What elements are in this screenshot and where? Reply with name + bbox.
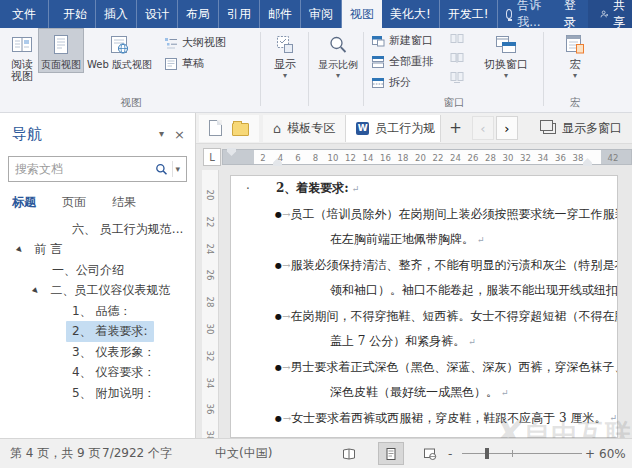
show-button[interactable]: 显示 ▾: [264, 28, 306, 81]
zoom-slider[interactable]: [462, 453, 582, 454]
bullet-text: 女士要求着西裤或西服裙，穿皮鞋，鞋跟不应高于 3 厘米。: [291, 410, 606, 427]
ribbon-tab-review[interactable]: 审阅: [301, 0, 342, 28]
tab-stop-selector[interactable]: L: [203, 148, 221, 166]
ruler-number: 18: [396, 153, 410, 163]
open-folder-icon[interactable]: [232, 123, 249, 136]
ruler-number: 14: [361, 153, 375, 163]
document-bullet-line[interactable]: ●→女士要求着西裤或西服裙，穿皮鞋，鞋跟不应高于 3 厘米。↵: [231, 406, 617, 432]
document-bullet-line[interactable]: ●→服装必须保持清洁、整齐，不能有明显的污渍和灰尘（特别是衣: [231, 253, 617, 279]
ribbon-tab-meihua[interactable]: 美化大!: [382, 0, 440, 28]
arrange-all-button[interactable]: 全部重排: [368, 53, 436, 70]
search-input[interactable]: [9, 162, 153, 176]
zoom-slider-tick: [512, 450, 513, 457]
reset-window-position-icon[interactable]: [450, 71, 464, 84]
print-layout-shortcut[interactable]: [378, 442, 404, 465]
zoom-in-button[interactable]: +: [585, 439, 595, 468]
web-layout-icon: [107, 33, 131, 57]
synchronous-scrolling-icon[interactable]: [450, 52, 464, 65]
print-layout-shortcut-icon: [384, 447, 398, 461]
heading-bullet-icon: ·: [246, 182, 276, 196]
nav-tree-item[interactable]: ▶前 言: [0, 240, 195, 261]
web-layout-shortcut[interactable]: [417, 442, 443, 465]
document-continuation-line[interactable]: 深色皮鞋（最好统一成黑色）。↵: [231, 380, 617, 406]
language-status[interactable]: 中文(中国): [215, 439, 272, 468]
search-icon[interactable]: [155, 163, 168, 176]
ruler-number: 20: [414, 153, 428, 163]
horizontal-ruler: 42 2468101214161820222426283032343638: [222, 149, 632, 165]
nav-tree-item[interactable]: 4、 仪容要求：: [0, 363, 195, 384]
search-options-dropdown-icon[interactable]: ▾: [172, 161, 186, 177]
show-multiple-windows-button[interactable]: 显示多窗口: [543, 120, 632, 137]
new-tab-button[interactable]: +: [441, 119, 470, 137]
nav-tab-headings[interactable]: 标题: [12, 194, 36, 211]
ribbon-tab-file[interactable]: 文件: [0, 0, 49, 28]
nav-tree-item[interactable]: 2、 着装要求:: [0, 322, 195, 343]
nav-tab-pages[interactable]: 页面: [62, 194, 86, 211]
ribbon-tab-design[interactable]: 设计: [137, 0, 178, 28]
nav-tabs: 标题页面结果: [0, 192, 195, 219]
view-side-by-side-icon[interactable]: [450, 33, 464, 46]
document-continuation-line[interactable]: 在左胸前端正地佩带胸牌。↵: [231, 227, 617, 253]
sign-in-button[interactable]: 登录: [554, 0, 586, 28]
page-number-status[interactable]: 第 4 页，共 9 页: [10, 439, 101, 468]
new-window-button[interactable]: 新建窗口: [368, 32, 436, 49]
ruler-number: 42: [606, 153, 620, 163]
macros-button[interactable]: 宏 ▾: [552, 28, 598, 81]
nav-options-dropdown-icon[interactable]: ▾: [159, 128, 164, 141]
ribbon-tab-mailings[interactable]: 邮件: [260, 0, 301, 28]
document-bullet-line[interactable]: ●→在岗期间，不得穿拖鞋、短西裤。女士不得穿超短裙（不得在膝: [231, 304, 617, 330]
zoom-button[interactable]: 显示比例 ▾: [312, 28, 364, 81]
expand-triangle-icon[interactable]: ▶: [15, 245, 24, 254]
zoom-percentage[interactable]: 60%: [599, 439, 626, 468]
expand-triangle-icon[interactable]: ▶: [31, 286, 40, 295]
word-count-status[interactable]: 7/2922 个字: [102, 439, 172, 468]
document-continuation-line[interactable]: 领和袖口）。袖口不能卷起，服装不能出现开线或纽扣脱落。↵: [231, 278, 617, 304]
macros-dropdown-icon: ▾: [573, 73, 577, 79]
switch-windows-button[interactable]: 切换窗口 ▾: [472, 28, 540, 81]
template-zone-tab[interactable]: ⌂ 模板专区: [263, 115, 346, 142]
zoom-out-button[interactable]: -: [448, 439, 452, 468]
read-mode-shortcut[interactable]: [336, 442, 362, 465]
nav-tree: 六、 员工行为规范...▶前 言一、公司介绍▶二、员工仪容仪表规范1、 品德：2…: [0, 219, 195, 404]
print-layout-button[interactable]: 页面视图: [38, 28, 84, 73]
ribbon-tab-developer[interactable]: 开发工!: [440, 0, 498, 28]
tell-me-button[interactable]: 告诉我...: [498, 0, 552, 28]
document-continuation-line[interactable]: 盖上 7 公分）和紧身裤。↵: [231, 329, 617, 355]
zoom-slider-thumb[interactable]: [485, 448, 489, 459]
nav-close-icon[interactable]: ×: [174, 128, 185, 141]
ruler-number: 16: [379, 153, 393, 163]
nav-tree-item[interactable]: 5、 附加说明：: [0, 383, 195, 404]
document-heading-line[interactable]: ·2、着装要求:↵: [231, 176, 617, 202]
ribbon-tab-insert[interactable]: 插入: [96, 0, 137, 28]
nav-tree-item[interactable]: 3、 仪表形象：: [0, 342, 195, 363]
share-button[interactable]: 共享: [588, 0, 632, 28]
document-tab[interactable]: W 员工行为规: [346, 115, 441, 142]
nav-tree-item[interactable]: 六、 员工行为规范...: [0, 219, 195, 240]
nav-tab-results[interactable]: 结果: [112, 194, 136, 211]
ribbon-tab-view[interactable]: 视图: [342, 0, 382, 28]
bullet-icon: ●: [275, 414, 283, 423]
print-layout-icon: [49, 33, 73, 57]
ribbon-tab-references[interactable]: 引用: [219, 0, 260, 28]
tab-scroll-left-button[interactable]: ‹: [472, 116, 494, 140]
draft-view-button[interactable]: 草稿: [161, 55, 229, 72]
web-layout-button[interactable]: Web 版式视图: [84, 28, 155, 73]
new-document-icon[interactable]: [209, 120, 222, 136]
first-line-indent-marker[interactable]: [227, 148, 236, 156]
nav-tree-item[interactable]: 一、公司介绍: [0, 260, 195, 281]
arrange-all-label: 全部重排: [389, 54, 433, 69]
ribbon-tab-home[interactable]: 开始: [55, 0, 96, 28]
outline-view-button[interactable]: 大纲视图: [161, 34, 229, 51]
tab-scroll-right-button[interactable]: ›: [496, 116, 518, 140]
document-page[interactable]: ·2、着装要求:↵●→员工（培训员除外）在岗期间上装必须按照要求统一穿工作服装，…: [230, 175, 618, 438]
document-bullet-line[interactable]: ●→男士要求着正式深色（黑色、深蓝、深灰）西裤，穿深色袜子、: [231, 355, 617, 381]
ribbon-tab-layout[interactable]: 布局: [178, 0, 219, 28]
nav-tree-item[interactable]: ▶二、员工仪容仪表规范: [0, 281, 195, 302]
document-bullet-line[interactable]: ●→员工（培训员除外）在岗期间上装必须按照要求统一穿工作服装，: [231, 202, 617, 228]
paragraph-mark: ↵: [609, 413, 617, 423]
split-button[interactable]: 拆分: [368, 74, 436, 91]
nav-tree-item[interactable]: 1、 品德：: [0, 301, 195, 322]
read-view-button[interactable]: 阅读视图: [6, 28, 38, 85]
ruler-number: 6: [291, 153, 305, 163]
paragraph-mark: ↵: [477, 235, 485, 245]
